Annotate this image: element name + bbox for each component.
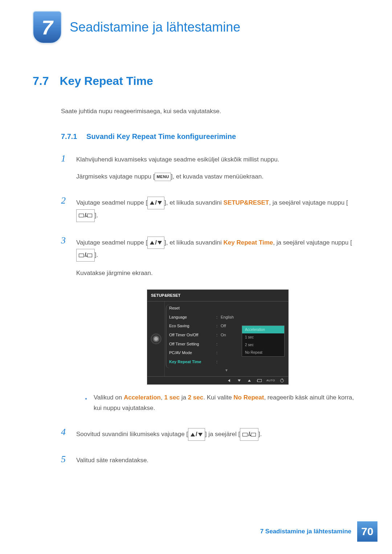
highlight: Acceleration — [124, 394, 161, 401]
text: ] ja seejärel [ — [205, 431, 240, 438]
step-number: 1 — [61, 153, 69, 164]
text: ], et kuvada vastav menüüekraan. — [171, 173, 264, 180]
step-text: Vajutage seadmel nuppe [/], et liikuda s… — [76, 237, 359, 262]
text: . Kui valite — [203, 394, 233, 401]
step-2: 2 Vajutage seadmel nuppe [/], et liikuda… — [61, 195, 359, 229]
osd-label: Off Timer Setting — [169, 341, 216, 348]
osd-up-icon — [246, 378, 253, 383]
subsection-heading: 7.7.1 Suvandi Key Repeat Time konfiguree… — [61, 132, 359, 141]
section-number: 7.7 — [33, 74, 49, 88]
text: , ja seejärel vajutage nuppu [ — [273, 239, 352, 246]
note-bullet: ● Valikud on Acceleration, 1 sec ja 2 se… — [76, 393, 359, 420]
osd-value: Off — [221, 323, 226, 329]
osd-footer: AUTO — [147, 376, 288, 385]
osd-row-reset: Reset — [165, 304, 288, 313]
highlight: 2 sec — [188, 394, 204, 401]
osd-option-norepeat: No Repeat — [242, 349, 284, 356]
chapter-header: 7 Seadistamine ja lähtestamine — [0, 0, 392, 44]
highlight: 1 sec — [164, 394, 180, 401]
osd-screenshot: SETUP&RESET Reset Language:English Eco S… — [76, 290, 359, 385]
source-enter-icon: / — [76, 209, 95, 222]
osd-value: English — [221, 314, 234, 321]
osd-label: Reset — [169, 305, 216, 312]
osd-icon-column — [147, 301, 165, 376]
chapter-title: Seadistamine ja lähtestamine — [70, 20, 240, 35]
osd-row-keyrepeat: Key Repeat Time: — [165, 357, 288, 366]
text: ja — [180, 394, 188, 401]
step-text: Vajutage seadmel nuppe [/], et liikuda s… — [76, 197, 359, 222]
step-1: 1 Klahvijuhendi kuvamiseks vajutage sead… — [61, 153, 359, 189]
note-text: Valikud on Acceleration, 1 sec ja 2 sec.… — [94, 393, 359, 414]
osd-menu: Reset Language:English Eco Saving:Off Of… — [165, 301, 288, 376]
osd-label: Eco Saving — [169, 323, 216, 329]
steps-list: 1 Klahvijuhendi kuvamiseks vajutage sead… — [61, 153, 359, 472]
text: ]. — [95, 251, 98, 258]
step-text: Klahvijuhendi kuvamiseks vajutage seadme… — [76, 155, 359, 165]
highlight: Key Repeat Time — [224, 239, 273, 246]
page-footer: 7 Seadistamine ja lähtestamine 70 — [260, 521, 377, 542]
step-number: 4 — [61, 427, 69, 438]
chapter-number-badge: 7 — [33, 11, 62, 44]
bullet-icon: ● — [85, 393, 87, 420]
footer-chapter-label: 7 Seadistamine ja lähtestamine — [260, 528, 351, 535]
osd-enter-icon — [256, 378, 263, 383]
osd-power-icon — [279, 378, 285, 383]
osd-label: Language — [169, 314, 216, 321]
step-body: Valitud säte rakendatakse. — [76, 454, 359, 472]
osd-panel: SETUP&RESET Reset Language:English Eco S… — [147, 290, 289, 385]
osd-option-1sec: 1 sec — [242, 333, 284, 341]
text: Vajutage seadmel nuppe [ — [76, 199, 147, 206]
text: ]. — [95, 212, 98, 219]
osd-label: Off Timer On/Off — [169, 332, 216, 338]
step-text: Järgmiseks vajutage nuppu [MENU], et kuv… — [76, 172, 359, 182]
step-number: 5 — [61, 454, 69, 465]
osd-dropdown: Acceleration 1 sec 2 sec No Repeat — [242, 325, 285, 357]
step-body: Vajutage seadmel nuppe [/], et liikuda s… — [76, 195, 359, 229]
step-5: 5 Valitud säte rakendatakse. — [61, 454, 359, 472]
osd-row-language: Language:English — [165, 313, 288, 322]
osd-option-2sec: 2 sec — [242, 341, 284, 349]
osd-title: SETUP&RESET — [147, 290, 288, 301]
osd-label: PC/AV Mode — [169, 349, 216, 356]
osd-down-icon — [236, 378, 242, 383]
step-number: 2 — [61, 195, 69, 206]
text: Valikud on — [94, 394, 124, 401]
subsection-title: Suvandi Key Repeat Time konfigureerimine — [86, 132, 236, 140]
text: ], et liikuda suvandini — [164, 199, 224, 206]
step-3: 3 Vajutage seadmel nuppe [/], et liikuda… — [61, 235, 359, 420]
step-text: Valitud säte rakendatakse. — [76, 455, 359, 466]
osd-auto-label: AUTO — [266, 378, 275, 383]
up-down-icon: / — [147, 197, 164, 209]
section-heading: 7.7 Key Repeat Time — [33, 74, 359, 88]
osd-label: Key Repeat Time — [169, 358, 216, 365]
osd-back-icon — [226, 378, 232, 383]
step-4: 4 Soovitud suvandini liikumiseks vajutag… — [61, 427, 359, 447]
step-number: 3 — [61, 235, 69, 246]
source-enter-icon: / — [240, 428, 258, 441]
section-title: Key Repeat Time — [60, 74, 153, 88]
gear-icon — [152, 335, 160, 343]
text: ]. — [258, 431, 262, 438]
menu-button-label: MENU — [155, 173, 171, 181]
step-body: Soovitud suvandini liikumiseks vajutage … — [76, 427, 359, 447]
page-content: 7.7 Key Repeat Time Saate juhtida nupu r… — [0, 74, 392, 472]
text: ], et liikuda suvandini — [164, 239, 224, 246]
step-text: Kuvatakse järgmine ekraan. — [76, 268, 359, 279]
osd-option-acceleration: Acceleration — [242, 326, 284, 333]
step-body: Klahvijuhendi kuvamiseks vajutage seadme… — [76, 153, 359, 189]
text: Soovitud suvandini liikumiseks vajutage … — [76, 431, 188, 438]
text: , — [161, 394, 164, 401]
up-down-icon: / — [188, 428, 205, 441]
step-body: Vajutage seadmel nuppe [/], et liikuda s… — [76, 235, 359, 420]
subsection-number: 7.7.1 — [61, 132, 77, 140]
osd-value: On — [221, 332, 226, 338]
highlight: SETUP&RESET — [224, 199, 269, 206]
text: Vajutage seadmel nuppe [ — [76, 239, 147, 246]
up-down-icon: / — [147, 237, 164, 249]
highlight: No Repeat — [233, 394, 264, 401]
page-number: 70 — [357, 521, 377, 542]
step-text: Soovitud suvandini liikumiseks vajutage … — [76, 428, 359, 441]
text: Järgmiseks vajutage nuppu [ — [76, 173, 155, 180]
text: , ja seejärel vajutage nuppu [ — [269, 199, 348, 206]
source-enter-icon: / — [76, 249, 95, 262]
